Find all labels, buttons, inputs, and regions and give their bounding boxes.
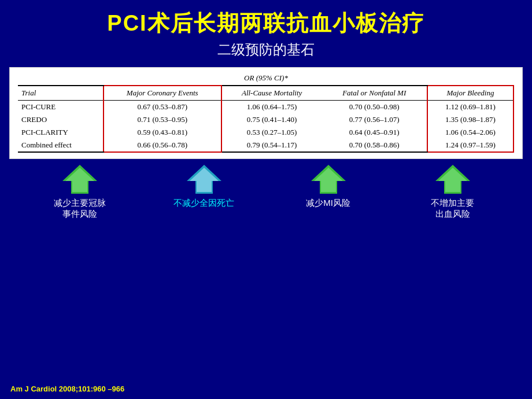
cell-major-bleeding: 1.35 (0.98–1.87) — [427, 113, 513, 126]
svg-marker-7 — [438, 168, 467, 192]
cell-major-bleeding: 1.06 (0.54–2.06) — [427, 126, 513, 139]
arrow-icon-4 — [435, 165, 470, 194]
col-major-coronary: Major Coronary Events — [104, 86, 221, 101]
arrow-group-1: 减少主要冠脉事件风险 — [25, 165, 135, 220]
cell-major-bleeding: 1.12 (0.69–1.81) — [427, 100, 513, 113]
bottom-reference: Am J Cardiol 2008;101:960 –966 — [10, 385, 124, 393]
subtitle: 二级预防的基石 — [107, 40, 424, 59]
title-area: PCI术后长期两联抗血小板治疗 二级预防的基石 — [107, 0, 424, 65]
or-header: OR (95% CI)* — [18, 73, 514, 83]
table-row: PCI-CLARITY0.59 (0.43–0.81)0.53 (0.27–1.… — [18, 126, 513, 139]
cell-major-bleeding: 1.24 (0.97–1.59) — [427, 139, 513, 152]
cell-all-cause: 1.06 (0.64–1.75) — [221, 100, 322, 113]
cell-trial: PCI-CLARITY — [18, 126, 104, 139]
arrow-label-3: 减少MI风险 — [306, 197, 350, 209]
arrow-group-2: 不减少全因死亡 — [149, 165, 259, 209]
col-trial: Trial — [18, 86, 104, 101]
col-all-cause: All-Cause Mortality — [221, 86, 322, 101]
table-container: OR (95% CI)* Trial Major Coronary Events… — [9, 67, 523, 159]
arrow-icon-2 — [187, 165, 221, 194]
cell-major-coronary: 0.71 (0.53–0.95) — [104, 113, 221, 126]
cell-trial: CREDO — [18, 113, 104, 126]
cell-fatal-mi: 0.64 (0.45–0.91) — [322, 126, 427, 139]
arrow-group-4: 不增加主要出血风险 — [398, 165, 508, 220]
arrow-label-1: 减少主要冠脉事件风险 — [54, 197, 106, 220]
cell-trial: Combined effect — [18, 139, 104, 152]
arrow-icon-1 — [62, 165, 97, 194]
svg-marker-1 — [65, 168, 94, 192]
slide: PCI术后长期两联抗血小板治疗 二级预防的基石 OR (95% CI)* Tri… — [0, 0, 532, 399]
table-row: CREDO0.71 (0.53–0.95)0.75 (0.41–1.40)0.7… — [18, 113, 513, 126]
cell-all-cause: 0.53 (0.27–1.05) — [221, 126, 322, 139]
arrow-icon-3 — [311, 165, 346, 194]
cell-major-coronary: 0.67 (0.53–0.87) — [104, 100, 221, 113]
col-major-bleeding: Major Bleeding — [427, 86, 513, 101]
cell-fatal-mi: 0.70 (0.58–0.86) — [322, 139, 427, 152]
svg-marker-5 — [314, 168, 343, 192]
arrow-label-2: 不减少全因死亡 — [173, 197, 234, 209]
table-row: PCI-CURE0.67 (0.53–0.87)1.06 (0.64–1.75)… — [18, 100, 513, 113]
main-title: PCI术后长期两联抗血小板治疗 — [107, 10, 424, 37]
table-row: Combined effect0.66 (0.56–0.78)0.79 (0.5… — [18, 139, 513, 152]
svg-marker-3 — [190, 168, 219, 192]
cell-fatal-mi: 0.70 (0.50–0.98) — [322, 100, 427, 113]
col-fatal-mi: Fatal or Nonfatal MI — [322, 86, 427, 101]
cell-fatal-mi: 0.77 (0.56–1.07) — [322, 113, 427, 126]
cell-all-cause: 0.79 (0.54–1.17) — [221, 139, 322, 152]
arrow-label-4: 不增加主要出血风险 — [431, 197, 474, 220]
data-table: Trial Major Coronary Events All-Cause Mo… — [18, 85, 514, 153]
cell-major-coronary: 0.59 (0.43–0.81) — [104, 126, 221, 139]
arrow-group-3: 减少MI风险 — [274, 165, 383, 209]
cell-major-coronary: 0.66 (0.56–0.78) — [104, 139, 221, 152]
cell-all-cause: 0.75 (0.41–1.40) — [221, 113, 322, 126]
arrows-row: 减少主要冠脉事件风险 不减少全因死亡 减少MI风险 不增加主要出血风险 — [9, 165, 523, 220]
cell-trial: PCI-CURE — [18, 100, 104, 113]
